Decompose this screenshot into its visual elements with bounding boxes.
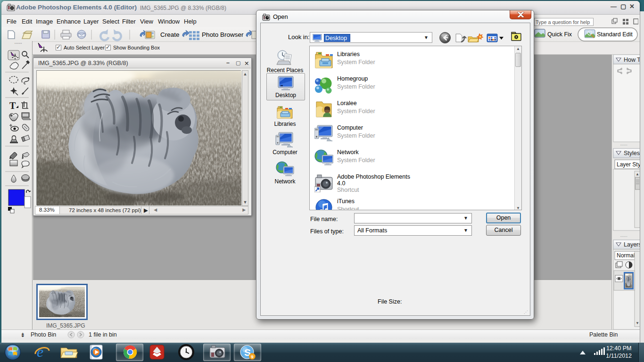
svg-text:Create: Create	[160, 31, 180, 38]
svg-text:'''''': ''''''	[15, 42, 22, 47]
svg-text:Photo Browser: Photo Browser	[202, 31, 244, 38]
svg-text:Normal: Normal	[617, 252, 635, 259]
svg-text:e: e	[37, 343, 43, 360]
svg-text:9: 9	[251, 354, 254, 359]
svg-text:Standard Edit: Standard Edit	[597, 31, 633, 38]
svg-text:How To: How To	[624, 57, 640, 63]
svg-text:T: T	[9, 100, 16, 111]
svg-text:Quick Fix: Quick Fix	[547, 31, 572, 38]
svg-text:'''''': ''''''	[620, 144, 627, 148]
svg-text:Layer Styles: Layer Styles	[617, 161, 640, 168]
svg-text:Layers: Layers	[624, 241, 640, 248]
svg-text:'''''': ''''''	[620, 235, 627, 239]
svg-text:▲: ▲	[636, 172, 639, 176]
svg-text:Styles: Styles	[624, 150, 640, 156]
svg-text:▼: ▼	[636, 321, 639, 325]
